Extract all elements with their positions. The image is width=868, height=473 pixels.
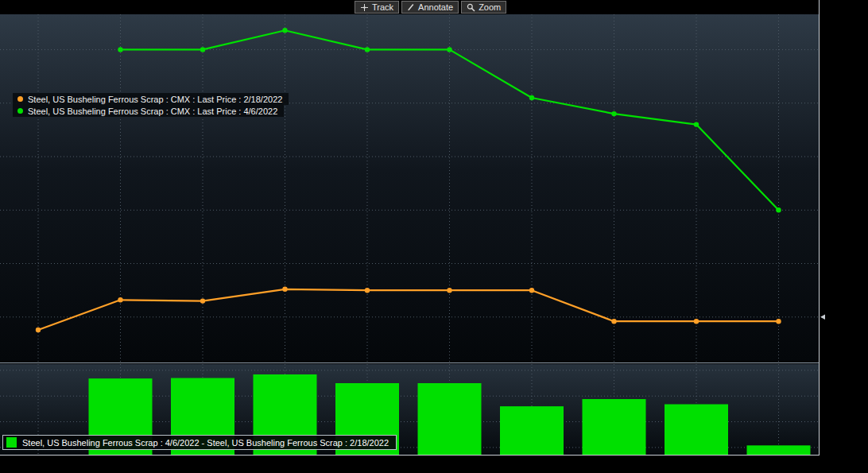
data-point — [200, 47, 205, 52]
data-point — [776, 207, 781, 212]
data-point — [529, 95, 534, 100]
spread-series-swatch — [6, 437, 17, 448]
legend-item-apr-series[interactable]: Steel, US Busheling Ferrous Scrap : CMX … — [13, 105, 284, 117]
diff-bar — [583, 399, 646, 455]
price-chart[interactable] — [0, 0, 868, 473]
annotate-icon — [407, 3, 415, 11]
data-point — [365, 47, 370, 52]
legend-item-feb-series[interactable]: Steel, US Busheling Ferrous Scrap : CMX … — [13, 93, 289, 105]
data-point — [118, 47, 122, 52]
track-icon — [360, 3, 369, 12]
apr-series-swatch — [17, 108, 23, 114]
zoom-icon — [467, 3, 475, 12]
main-legend: Steel, US Busheling Ferrous Scrap : CMX … — [13, 93, 289, 117]
data-point — [447, 288, 451, 293]
data-point — [36, 328, 41, 332]
track-button-label: Track — [372, 2, 393, 13]
data-point — [365, 288, 370, 293]
annotate-button-label: Annotate — [418, 2, 453, 13]
main-panel[interactable] — [0, 14, 819, 361]
diff-bar — [747, 445, 811, 455]
y-tick-marker — [820, 315, 825, 320]
track-button[interactable]: Track — [355, 1, 399, 14]
spread-legend-label: Steel, US Busheling Ferrous Scrap : 4/6/… — [22, 438, 389, 448]
data-point — [611, 111, 616, 116]
annotate-button[interactable]: Annotate — [401, 1, 459, 14]
feb-series-label: Steel, US Busheling Ferrous Scrap : CMX … — [28, 95, 282, 104]
diff-bar — [500, 406, 564, 455]
diff-bar — [665, 405, 728, 456]
data-point — [694, 122, 699, 126]
data-point — [282, 28, 287, 33]
feb-series-swatch — [17, 96, 23, 102]
data-point — [529, 288, 534, 293]
data-point — [611, 319, 616, 324]
chart-window: Track Annotate Zoom Steel, US Busheling … — [0, 0, 868, 473]
data-point — [694, 319, 699, 324]
data-point — [200, 298, 205, 303]
chart-toolbar: Track Annotate Zoom — [355, 1, 506, 14]
data-point — [118, 297, 122, 302]
diff-bar — [418, 383, 482, 455]
data-point — [282, 287, 287, 292]
apr-series-label: Steel, US Busheling Ferrous Scrap : CMX … — [28, 107, 277, 116]
spread-legend[interactable]: Steel, US Busheling Ferrous Scrap : 4/6/… — [2, 435, 397, 450]
data-point — [776, 319, 781, 324]
zoom-button[interactable]: Zoom — [461, 1, 506, 14]
data-point — [447, 47, 451, 52]
zoom-button-label: Zoom — [479, 2, 501, 13]
